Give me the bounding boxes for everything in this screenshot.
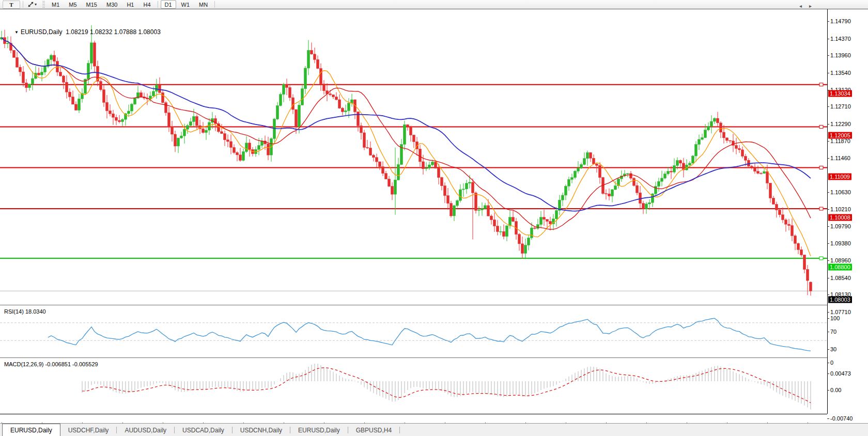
timeframe-button-d1[interactable]: D1 xyxy=(161,0,176,9)
price-tick-label: 1.10630 xyxy=(830,189,851,195)
rsi-scale-label: 100 xyxy=(830,315,840,321)
chart-tab-eurusd-daily[interactable]: EURUSD,Daily xyxy=(290,424,348,436)
price-tick-label: 1.10210 xyxy=(830,206,851,212)
current-price-badge: 1.08003 xyxy=(828,297,852,303)
mt4-window: T ▾ M1M5M15M30H1H4D1W1MN ▼EURUSD,Daily 1… xyxy=(0,0,868,436)
ma-mid-line[interactable] xyxy=(2,38,811,229)
horizontal-line-1.11009[interactable] xyxy=(0,166,827,169)
price-tick-label: 1.09790 xyxy=(830,223,851,229)
rsi-scale-label: 0 xyxy=(830,360,833,366)
rsi-scale-label: 70 xyxy=(830,329,836,335)
ma-slow-line[interactable] xyxy=(2,38,811,211)
axis-tick xyxy=(827,141,829,142)
rsi-label: RSI(14) 18.0340 xyxy=(4,308,46,315)
macd-scale-label: -0.00740 xyxy=(830,415,853,422)
axis-tick xyxy=(827,21,829,22)
price-line-badge: 1.12005 xyxy=(828,132,852,139)
price-tick-label: 1.13540 xyxy=(830,70,851,76)
tab-divider xyxy=(399,427,400,433)
chart-tab-audusd-daily[interactable]: AUDUSD,Daily xyxy=(117,424,174,436)
macd-label: MACD(12,26,9) -0.006851 -0.005529 xyxy=(4,361,98,367)
price-line-badge: 1.13034 xyxy=(828,90,852,97)
horizontal-line-1.12005[interactable] xyxy=(0,125,827,128)
axis-tick xyxy=(827,192,829,193)
axis-tick xyxy=(827,39,829,39)
price-tick-label: 1.08960 xyxy=(830,257,851,263)
chart-tab-usdchf-daily[interactable]: USDCHF,Daily xyxy=(60,424,117,436)
timeframe-button-m5[interactable]: M5 xyxy=(65,0,81,9)
price-line-badge: 1.10008 xyxy=(828,214,852,221)
price-tick-label: 1.08540 xyxy=(830,275,851,281)
axis-tick xyxy=(827,332,829,332)
price-axis-line[interactable] xyxy=(827,9,828,414)
price-tick-label: 1.13960 xyxy=(830,52,851,58)
axis-tick xyxy=(827,349,829,350)
price-tick-label: 1.09380 xyxy=(830,240,851,246)
axis-tick xyxy=(827,226,829,227)
chart-window: ▼EURUSD,Daily 1.08219 1.08232 1.07888 1.… xyxy=(0,9,868,436)
timeframe-button-m30[interactable]: M30 xyxy=(102,0,121,9)
timeframe-button-m15[interactable]: M15 xyxy=(82,0,101,9)
axis-tick xyxy=(827,318,829,319)
horizontal-line-1.10008[interactable] xyxy=(0,207,827,210)
chevron-down-icon: ▾ xyxy=(35,2,37,7)
chart-tab-eurusd-daily[interactable]: EURUSD,Daily xyxy=(2,424,60,436)
axis-tick xyxy=(827,260,829,261)
axis-tick xyxy=(827,373,829,374)
symbol-period-label: EURUSD,Daily xyxy=(21,28,63,36)
chart-legend: ▼EURUSD,Daily 1.08219 1.08232 1.07888 1.… xyxy=(4,21,161,43)
toolbar-grip xyxy=(42,1,45,8)
macd-panel-canvas[interactable] xyxy=(0,359,827,414)
cursor-tool-button[interactable]: ▾ xyxy=(26,0,40,9)
axis-tick xyxy=(827,390,829,391)
timeframe-button-h4[interactable]: H4 xyxy=(139,0,154,9)
text-tool-button[interactable]: T xyxy=(3,1,20,9)
chart-tab-usdcad-daily[interactable]: USDCAD,Daily xyxy=(175,424,232,436)
tab-scroll-right-icon[interactable]: ▸ xyxy=(809,3,819,9)
axis-tick xyxy=(827,278,829,278)
macd-histogram xyxy=(82,364,811,410)
tab-scroll-arrows: ◂▸ xyxy=(799,3,819,9)
rsi-line xyxy=(48,318,811,351)
toolbar-separator xyxy=(158,1,158,8)
candles xyxy=(1,25,812,296)
chart-tab-usdcnh-daily[interactable]: USDCNH,Daily xyxy=(233,424,290,436)
timeframe-buttons: M1M5M15M30H1H4D1W1MN xyxy=(47,0,217,9)
cursor-crosshair-icon xyxy=(27,1,34,8)
axis-tick xyxy=(827,294,829,295)
axis-tick xyxy=(827,312,829,313)
horizontal-line-1.13034[interactable] xyxy=(0,83,827,86)
ma-fast-line[interactable] xyxy=(2,38,811,256)
timeframe-button-mn[interactable]: MN xyxy=(195,0,212,9)
ohlc-values: 1.08219 1.08232 1.07888 1.08003 xyxy=(66,28,161,36)
collapse-triangle-icon[interactable]: ▼ xyxy=(14,30,19,35)
price-tick-label: 1.07710 xyxy=(830,309,851,315)
price-tick-label: 1.12290 xyxy=(830,121,851,127)
toolbar-separator xyxy=(23,1,23,8)
axis-tick xyxy=(827,363,829,363)
price-tick-label: 1.11870 xyxy=(830,138,850,144)
price-tick-label: 1.11460 xyxy=(830,155,850,161)
macd-scale-label: 0.00473 xyxy=(830,370,851,377)
horizontal-line-1.08800[interactable] xyxy=(0,257,827,260)
price-tick-label: 1.14790 xyxy=(830,18,851,24)
price-line-badge: 1.08800 xyxy=(828,263,852,270)
price-tick-label: 1.12710 xyxy=(830,103,851,110)
axis-tick xyxy=(827,55,829,56)
price-line-badge: 1.11009 xyxy=(828,173,851,180)
timeframe-button-w1[interactable]: W1 xyxy=(177,0,194,9)
chart-tab-gbpusd-h4[interactable]: GBPUSD,H4 xyxy=(348,424,399,436)
axis-tick xyxy=(827,106,829,107)
macd-signal-line xyxy=(82,368,811,403)
toolbar: T ▾ M1M5M15M30H1H4D1W1MN xyxy=(0,0,868,9)
timeframe-button-h1[interactable]: H1 xyxy=(122,0,138,9)
price-chart-canvas[interactable] xyxy=(0,10,827,305)
rsi-panel-canvas[interactable] xyxy=(0,306,827,357)
axis-tick xyxy=(827,243,829,244)
chart-tab-bar: EURUSD,DailyUSDCHF,DailyAUDUSD,DailyUSDC… xyxy=(0,423,868,436)
axis-tick xyxy=(827,209,829,210)
tab-scroll-left-icon[interactable]: ◂ xyxy=(799,3,809,9)
toolbar-separator xyxy=(214,1,215,8)
timeframe-button-m1[interactable]: M1 xyxy=(48,0,64,9)
axis-tick xyxy=(827,158,829,159)
